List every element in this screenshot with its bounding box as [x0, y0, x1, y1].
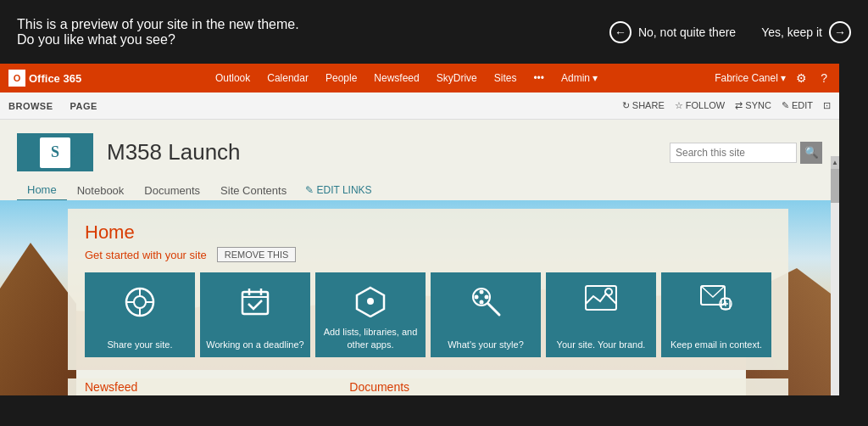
nav-home[interactable]: Home: [17, 180, 67, 201]
svg-rect-6: [242, 292, 268, 314]
documents-heading: Documents: [349, 380, 409, 394]
newsfeed-heading: Newsfeed: [85, 380, 137, 394]
tile-share[interactable]: Share your site.: [85, 272, 195, 357]
site-container: O Office 365 Outlook Calendar People New…: [0, 64, 839, 395]
o365-logo[interactable]: O Office 365: [8, 70, 81, 87]
edit-button[interactable]: ✎ EDIT: [782, 100, 813, 111]
o365-logo-icon: O: [8, 70, 25, 87]
nav-calendar[interactable]: Calendar: [259, 64, 317, 92]
o365-right: Fabrice Canel ▾ ⚙ ?: [715, 71, 831, 85]
site-header: S ▸ M358 Launch 🔍: [0, 120, 839, 175]
site-title-area: M358 Launch: [107, 139, 656, 165]
o365-bar: O Office 365 Outlook Calendar People New…: [0, 64, 839, 92]
brand-icon: [585, 285, 617, 317]
forward-arrow-icon: →: [829, 21, 851, 43]
style-icon: [470, 285, 502, 324]
sync-button[interactable]: ⇄ SYNC: [735, 100, 771, 111]
o365-logo-text: Office 365: [29, 72, 81, 85]
view-button[interactable]: ⊡: [823, 100, 831, 111]
site-main: S ▸ M358 Launch 🔍 Home Notebook Documen: [0, 120, 839, 395]
preview-actions: ← No, not quite there Yes, keep it →: [609, 21, 851, 43]
sp-toolbar: BROWSE PAGE ↻ SHARE ☆ FOLLOW ⇄ SYNC ✎ ED…: [0, 92, 839, 120]
nav-skydrive[interactable]: SkyDrive: [428, 64, 486, 92]
get-started-row: Get started with your site REMOVE THIS: [85, 247, 771, 262]
site-title: M358 Launch: [107, 139, 656, 165]
scrollbar[interactable]: ▲ ▼: [831, 156, 839, 395]
tile-style[interactable]: What's your style?: [431, 272, 541, 357]
scroll-up-arrow[interactable]: ▲: [831, 156, 839, 169]
sp-toolbar-right: ↻ SHARE ☆ FOLLOW ⇄ SYNC ✎ EDIT ⊡: [622, 100, 831, 111]
follow-button[interactable]: ☆ FOLLOW: [675, 100, 726, 111]
tile-apps-label: Add lists, libraries, and other apps.: [315, 326, 426, 350]
remove-this-button[interactable]: REMOVE THIS: [217, 247, 297, 262]
share-icon: [123, 285, 157, 326]
tile-email[interactable]: Keep email in context.: [661, 272, 771, 357]
home-heading: Home: [85, 221, 771, 244]
site-search: 🔍: [670, 142, 822, 164]
email-icon: [700, 285, 732, 317]
user-name: Fabrice Canel ▾: [715, 72, 786, 84]
yes-label: Yes, keep it: [761, 25, 822, 39]
svg-point-13: [480, 290, 484, 294]
o365-nav: Outlook Calendar People Newsfeed SkyDriv…: [98, 64, 715, 92]
tiles-row: Share your site.: [85, 272, 771, 357]
preview-text: This is a preview of your site in the ne…: [17, 17, 299, 48]
preview-bar: This is a preview of your site in the ne…: [0, 0, 868, 64]
tile-brand-label: Your site. Your brand.: [554, 339, 649, 350]
user-menu[interactable]: Fabrice Canel ▾: [715, 72, 786, 84]
svg-point-1: [134, 296, 146, 308]
scroll-thumb[interactable]: [831, 169, 839, 203]
nav-site-contents[interactable]: Site Contents: [210, 181, 297, 200]
tile-brand[interactable]: Your site. Your brand.: [546, 272, 656, 357]
gear-icon[interactable]: ⚙: [793, 71, 810, 85]
nav-admin[interactable]: Admin ▾: [553, 64, 606, 92]
tile-deadline[interactable]: Working on a deadline?: [200, 272, 310, 357]
svg-line-17: [488, 304, 499, 315]
site-logo-inner: S ▸: [34, 137, 76, 169]
browse-tab[interactable]: BROWSE: [8, 101, 53, 111]
bottom-section: Newsfeed Documents: [68, 378, 788, 395]
site-content: Home Get started with your site REMOVE T…: [0, 200, 839, 395]
get-started-text: Get started with your site: [85, 249, 207, 261]
nav-notebook[interactable]: Notebook: [67, 181, 135, 200]
nav-documents[interactable]: Documents: [134, 181, 210, 200]
svg-point-19: [605, 289, 612, 295]
nav-people[interactable]: People: [317, 64, 365, 92]
search-button[interactable]: 🔍: [800, 142, 822, 164]
tile-share-label: Share your site.: [103, 339, 175, 350]
tile-email-label: Keep email in context.: [667, 339, 765, 350]
edit-links-button[interactable]: ✎ EDIT LINKS: [305, 184, 371, 196]
nav-newsfeed[interactable]: Newsfeed: [365, 64, 427, 92]
help-icon[interactable]: ?: [817, 71, 831, 85]
search-input[interactable]: [670, 143, 797, 163]
site-nav: Home Notebook Documents Site Contents ✎ …: [0, 175, 839, 200]
nav-more[interactable]: •••: [525, 64, 553, 92]
tile-deadline-label: Working on a deadline?: [203, 339, 307, 350]
no-button[interactable]: ← No, not quite there: [609, 21, 736, 43]
back-arrow-icon: ←: [609, 21, 632, 43]
yes-button[interactable]: Yes, keep it →: [761, 21, 851, 43]
no-label: No, not quite there: [638, 25, 736, 39]
svg-point-14: [485, 295, 489, 300]
tile-apps[interactable]: Add lists, libraries, and other apps.: [315, 272, 426, 357]
nav-outlook[interactable]: Outlook: [207, 64, 259, 92]
svg-point-16: [475, 295, 479, 300]
sharepoint-logo-icon: S ▸: [40, 137, 70, 168]
svg-point-15: [480, 300, 484, 305]
svg-point-11: [367, 298, 374, 305]
site-logo[interactable]: S ▸: [17, 133, 93, 171]
deadline-icon: [239, 285, 271, 324]
content-card: Home Get started with your site REMOVE T…: [68, 209, 788, 370]
page-tab[interactable]: PAGE: [70, 101, 97, 111]
tile-style-label: What's your style?: [444, 339, 527, 350]
apps-icon: [354, 285, 387, 324]
site-content-area: S ▸ M358 Launch 🔍 Home Notebook Documen: [0, 120, 839, 395]
share-button[interactable]: ↻ SHARE: [622, 100, 665, 111]
nav-sites[interactable]: Sites: [486, 64, 526, 92]
